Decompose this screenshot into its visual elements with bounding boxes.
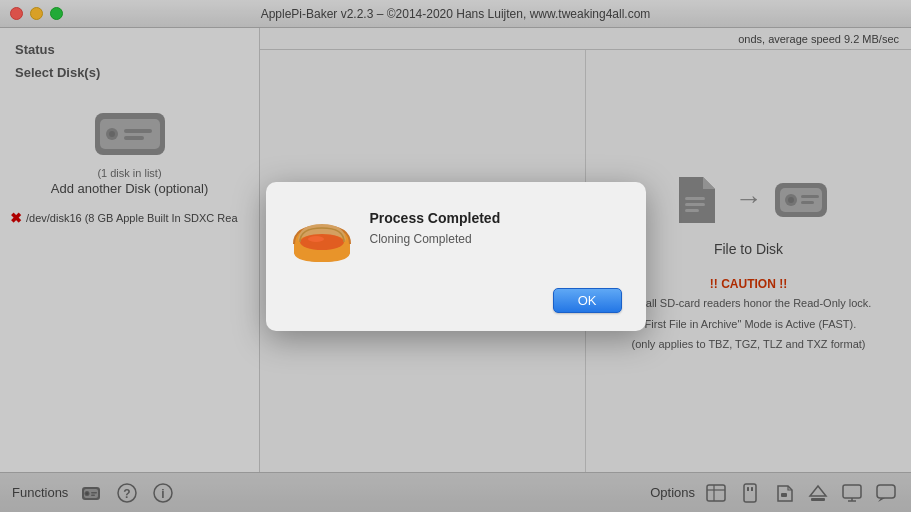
modal-title: Process Completed — [370, 210, 501, 226]
modal-dialog: Process Completed Cloning Completed OK — [266, 182, 646, 331]
modal-footer: OK — [290, 288, 622, 313]
modal-text-area: Process Completed Cloning Completed — [370, 206, 501, 246]
ok-button[interactable]: OK — [553, 288, 622, 313]
svg-point-49 — [300, 234, 344, 250]
pie-icon — [290, 206, 354, 270]
modal-header: Process Completed Cloning Completed — [290, 206, 622, 270]
modal-overlay: Process Completed Cloning Completed OK — [0, 0, 911, 512]
svg-point-50 — [308, 236, 324, 242]
modal-subtitle: Cloning Completed — [370, 232, 501, 246]
